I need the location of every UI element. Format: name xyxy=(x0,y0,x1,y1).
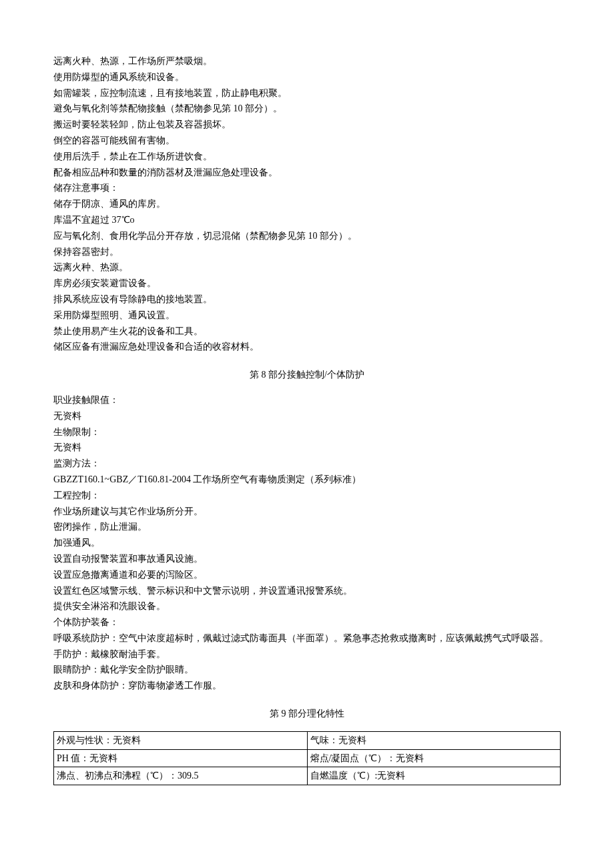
section-7-body: 远离火种、热源，工作场所严禁吸烟。 使用防爆型的通风系统和设备。 如需罐装，应控… xyxy=(53,53,561,355)
table-cell: 沸点、初沸点和沸程（℃）：309.5 xyxy=(54,767,308,785)
section-7-line: 使用后洗手，禁止在工作场所进饮食。 xyxy=(53,149,561,165)
section-8-line: 作业场所建议与其它作业场所分开。 xyxy=(53,504,561,520)
section-7-line: 倒空的容器可能残留有害物。 xyxy=(53,133,561,149)
table-cell: 熔点/凝固点（℃）：无资料 xyxy=(307,749,561,767)
table-row: 外观与性状：无资料 气味：无资料 xyxy=(54,731,561,749)
section-7-line: 库温不宜超过 37℃o xyxy=(53,212,561,228)
section-7-line: 储存于阴凉、通风的库房。 xyxy=(53,196,561,212)
section-8-line: 密闭操作，防止泄漏。 xyxy=(53,519,561,535)
table-row: PH 值：无资料 熔点/凝固点（℃）：无资料 xyxy=(54,749,561,767)
section-7-line: 库房必须安装避雷设备。 xyxy=(53,276,561,292)
section-8-line: 呼吸系统防护：空气中浓度超标时，佩戴过滤式防毒面具（半面罩）。紧急事态抢救或撤离… xyxy=(53,630,561,646)
section-7-line: 如需罐装，应控制流速，且有接地装置，防止静电积聚。 xyxy=(53,85,561,101)
section-8-line: 监测方法： xyxy=(53,456,561,472)
section-8-line: 眼睛防护：戴化学安全防护眼睛。 xyxy=(53,662,561,678)
section-7-line: 使用防爆型的通风系统和设备。 xyxy=(53,69,561,85)
section-7-line: 远离火种、热源。 xyxy=(53,260,561,276)
section-7-line: 远离火种、热源，工作场所严禁吸烟。 xyxy=(53,53,561,69)
section-7-line: 避免与氧化剂等禁配物接触（禁配物参见第 10 部分）。 xyxy=(53,101,561,117)
section-7-line: 储存注意事项： xyxy=(53,180,561,196)
table-cell: 外观与性状：无资料 xyxy=(54,731,308,749)
section-8-line: 无资料 xyxy=(53,440,561,456)
section-7-line: 保持容器密封。 xyxy=(53,244,561,260)
table-cell: 气味：无资料 xyxy=(307,731,561,749)
section-7-line: 配备相应品种和数量的消防器材及泄漏应急处理设备。 xyxy=(53,165,561,181)
table-row: 沸点、初沸点和沸程（℃）：309.5 自燃温度（℃）:无资料 xyxy=(54,767,561,785)
properties-table: 外观与性状：无资料 气味：无资料 PH 值：无资料 熔点/凝固点（℃）：无资料 … xyxy=(53,731,561,785)
section-8-body: 职业接触限值： 无资料 生物限制： 无资料 监测方法： GBZZT160.1~G… xyxy=(53,392,561,694)
section-8-line: GBZZT160.1~GBZ／T160.81-2004 工作场所空气有毒物质测定… xyxy=(53,472,561,488)
section-8-line: 皮肤和身体防护：穿防毒物渗透工作服。 xyxy=(53,678,561,694)
section-7-line: 储区应备有泄漏应急处理设备和合适的收容材料。 xyxy=(53,339,561,355)
section-8-line: 提供安全淋浴和洗眼设备。 xyxy=(53,598,561,614)
section-7-line: 禁止使用易产生火花的设备和工具。 xyxy=(53,324,561,340)
section-8-line: 设置红色区域警示线、警示标识和中文警示说明，并设置通讯报警系统。 xyxy=(53,583,561,599)
section-8-line: 无资料 xyxy=(53,408,561,424)
section-7-line: 应与氧化剂、食用化学品分开存放，切忌混储（禁配物参见第 10 部分）。 xyxy=(53,228,561,244)
section-8-line: 个体防护装备： xyxy=(53,614,561,630)
table-cell: 自燃温度（℃）:无资料 xyxy=(307,767,561,785)
section-7-line: 搬运时要轻装轻卸，防止包装及容器损坏。 xyxy=(53,117,561,133)
table-cell: PH 值：无资料 xyxy=(54,749,308,767)
section-8-line: 设置应急撤离通道和必要的泻险区。 xyxy=(53,567,561,583)
section-7-line: 排风系统应设有导除静电的接地装置。 xyxy=(53,292,561,308)
section-8-line: 手防护：戴橡胶耐油手套。 xyxy=(53,646,561,663)
section-8-line: 工程控制： xyxy=(53,488,561,504)
section-7-line: 采用防爆型照明、通风设置。 xyxy=(53,308,561,324)
section-8-line: 加强通风。 xyxy=(53,535,561,551)
section-9-header: 第 9 部分理化特性 xyxy=(53,706,561,722)
section-8-line: 职业接触限值： xyxy=(53,392,561,408)
section-8-header: 第 8 部分接触控制/个体防护 xyxy=(53,367,561,383)
section-8-line: 设置自动报警装置和事故通风设施。 xyxy=(53,551,561,567)
section-8-line: 生物限制： xyxy=(53,424,561,440)
